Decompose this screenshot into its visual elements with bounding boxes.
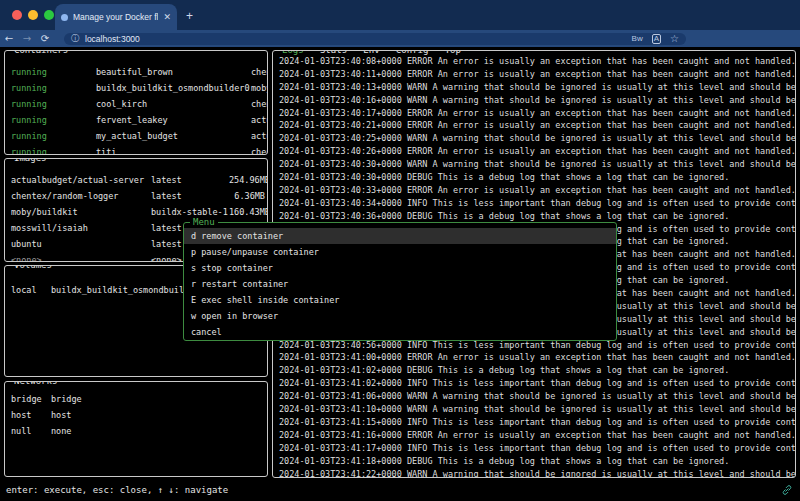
connection-link-icon <box>781 484 793 496</box>
site-info-icon[interactable]: ⓘ <box>71 35 79 43</box>
menu-item[interactable]: d remove container <box>184 228 616 244</box>
network-row[interactable]: bridgebridge <box>5 391 268 407</box>
logs-tab-top[interactable]: Top <box>445 50 461 55</box>
log-line: 2024-01-03T23:40:30+0000 WARN A warning … <box>279 158 795 171</box>
forward-button[interactable]: → <box>18 33 36 44</box>
logs-tab-config[interactable]: Config <box>396 50 429 55</box>
image-row[interactable]: actualbudget/actual-serverlatest254.96MB <box>5 172 268 188</box>
log-line: 2024-01-03T23:40:08+0000 ERROR An error … <box>279 55 795 68</box>
container-row[interactable]: runningfervent_leakeyactualbudget/actual… <box>5 112 268 128</box>
volumes-panel-title: Volumes <box>11 265 55 270</box>
menu-item[interactable]: s stop container <box>184 260 616 276</box>
networks-panel: Networks bridgebridgehosthostnullnone <box>4 381 268 477</box>
log-line: 2024-01-03T23:40:11+0000 ERROR An error … <box>279 68 795 81</box>
log-line: 2024-01-03T23:41:16+0000 ERROR An error … <box>279 429 795 442</box>
log-line: 2024-01-03T23:41:02+0000 INFO This is le… <box>279 377 795 390</box>
log-line: 2024-01-03T23:41:18+0000 DEBUG This is a… <box>279 455 795 468</box>
translate-icon[interactable]: A <box>652 34 661 44</box>
log-line: 2024-01-03T23:40:16+0000 WARN A warning … <box>279 94 795 107</box>
back-button[interactable]: ← <box>0 33 18 44</box>
log-line: 2024-01-03T23:41:15+0000 INFO This is le… <box>279 416 795 429</box>
image-row[interactable]: chentex/random-loggerlatest6.36MB <box>5 188 268 204</box>
log-line: 2024-01-03T23:40:30+0000 DEBUG This is a… <box>279 171 795 184</box>
tab-strip: Manage your Docker fleet wi ✕ + <box>0 0 800 30</box>
network-row[interactable]: hosthost <box>5 407 268 423</box>
window-minimize-button[interactable] <box>28 10 38 20</box>
log-line: 2024-01-03T23:40:25+0000 WARN A warning … <box>279 132 795 145</box>
log-line: 2024-01-03T23:40:34+0000 INFO This is le… <box>279 197 795 210</box>
menu-item[interactable]: r restart container <box>184 276 616 292</box>
menu-item[interactable]: cancel <box>184 324 616 340</box>
container-row[interactable]: runningtitichentex/random-logger <box>5 144 268 155</box>
reload-button[interactable]: ⟳ <box>36 33 54 44</box>
window-close-button[interactable] <box>12 10 22 20</box>
image-row[interactable]: moby/buildkitbuildx-stable-1160.43MB <box>5 204 268 220</box>
browser-chrome: Manage your Docker fleet wi ✕ + ← → ⟳ ⓘ … <box>0 0 800 47</box>
tab-close-icon[interactable]: ✕ <box>163 12 171 22</box>
menu-item[interactable]: p pause/unpause container <box>184 244 616 260</box>
log-line: 2024-01-03T23:40:21+0000 ERROR An error … <box>279 119 795 132</box>
log-line: 2024-01-03T23:41:10+0000 WARN A warning … <box>279 403 795 416</box>
container-row[interactable]: runningbeautiful_brownchentex/random-log… <box>5 64 268 80</box>
logs-tab-bar: Logs — Stats — Env — Config — Top <box>279 50 464 55</box>
log-line: 2024-01-03T23:40:33+0000 ERROR An error … <box>279 184 795 197</box>
tab-title: Manage your Docker fleet wi <box>73 12 158 22</box>
log-line: 2024-01-03T23:40:13+0000 WARN A warning … <box>279 81 795 94</box>
log-line: 2024-01-03T23:41:00+0000 ERROR An error … <box>279 351 795 364</box>
container-row[interactable]: runningbuildx_buildkit_osmondbuilder0mob… <box>5 80 268 96</box>
status-bar: enter: execute, esc: close, ↑ ↓: navigat… <box>0 481 800 501</box>
window-zoom-button[interactable] <box>44 10 54 20</box>
bitwarden-icon[interactable]: Bw <box>632 35 643 43</box>
logs-tab-env[interactable]: Env <box>363 50 379 55</box>
container-action-menu: Menu d remove containerp pause/unpause c… <box>183 222 617 341</box>
menu-item[interactable]: w open in browser <box>184 308 616 324</box>
networks-panel-title: Networks <box>11 381 60 386</box>
url-text[interactable]: localhost:3000 <box>85 34 140 44</box>
log-line: 2024-01-03T23:41:06+0000 WARN A warning … <box>279 390 795 403</box>
log-line: 2024-01-03T23:41:02+0000 DEBUG This is a… <box>279 364 795 377</box>
keybinding-hints: enter: execute, esc: close, ↑ ↓: navigat… <box>6 485 228 495</box>
log-line: 2024-01-03T23:41:17+0000 INFO This is le… <box>279 442 795 455</box>
container-row[interactable]: runningmy_actual_budgetactualbudget/actu… <box>5 128 268 144</box>
new-tab-button[interactable]: + <box>186 9 193 23</box>
bookmark-star-icon[interactable]: ☆ <box>670 34 679 44</box>
isaiah-terminal: Containers runningbeautiful_brownchentex… <box>0 47 800 501</box>
logs-tab-logs[interactable]: Logs <box>282 50 304 55</box>
browser-tab[interactable]: Manage your Docker fleet wi ✕ <box>55 4 177 30</box>
logs-tab-stats[interactable]: Stats <box>320 50 347 55</box>
network-row[interactable]: nullnone <box>5 423 268 439</box>
log-line: 2024-01-03T23:40:17+0000 ERROR An error … <box>279 107 795 120</box>
log-line: 2024-01-03T23:41:22+0000 WARN A warning … <box>279 468 795 479</box>
containers-panel: Containers runningbeautiful_brownchentex… <box>4 50 268 155</box>
containers-panel-title: Containers <box>11 50 71 55</box>
images-panel-title: Images <box>11 158 50 163</box>
menu-item[interactable]: E exec shell inside container <box>184 292 616 308</box>
container-row[interactable]: runningcool_kirchchentex/random-logger <box>5 96 268 112</box>
log-line: 2024-01-03T23:40:26+0000 ERROR An error … <box>279 145 795 158</box>
browser-toolbar: ← → ⟳ ⓘ localhost:3000 Bw A ☆ ⊞ ⊘ ⋮ <box>0 30 800 47</box>
menu-title: Menu <box>190 217 218 227</box>
tab-favicon-icon <box>61 14 68 21</box>
address-bar[interactable]: ⓘ localhost:3000 Bw A ☆ <box>64 33 686 45</box>
log-line: 2024-01-03T23:40:36+0000 DEBUG This is a… <box>279 210 795 223</box>
